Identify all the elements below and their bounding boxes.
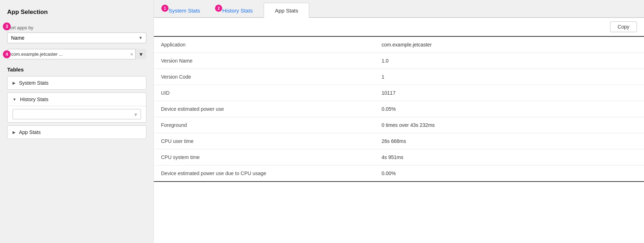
app-dropdown-arrow-icon: ▼ (138, 51, 143, 57)
history-stats-expanded: ∨ (8, 106, 146, 122)
stat-key: Device estimated power use due to CPU us… (154, 165, 375, 182)
stat-key: Application (154, 36, 375, 53)
copy-button[interactable]: Copy (610, 21, 637, 32)
sidebar: App Selection 3 Sort apps by Name Packag… (0, 0, 154, 243)
tables-title: Tables (7, 66, 146, 73)
sort-select[interactable]: Name Package UID (7, 33, 146, 43)
table-row: Device estimated power use 0.05% (154, 101, 644, 117)
history-dropdown[interactable] (13, 109, 141, 119)
app-clear-icon[interactable]: × (128, 51, 135, 57)
table-item-system-stats: ▶ System Stats (7, 76, 146, 90)
tab-history-stats-label: History Stats (222, 8, 253, 14)
sort-badge: 3 (3, 23, 11, 30)
stat-value: 10117 (375, 85, 644, 101)
tab-app-stats-label: App Stats (275, 8, 298, 14)
table-item-app-stats-header[interactable]: ▶ App Stats (8, 126, 146, 139)
table-row: Version Code 1 (154, 69, 644, 85)
tab-system-stats[interactable]: 1 System Stats (157, 3, 211, 18)
stat-value: 0 times over 43s 232ms (375, 117, 644, 133)
sidebar-title: App Selection (7, 9, 146, 16)
history-dropdown-wrapper: ∨ (13, 109, 141, 119)
main-content: 1 System Stats 2 History Stats App Stats… (154, 0, 644, 243)
stat-value: 1.0 (375, 53, 644, 69)
system-stats-tab-badge: 1 (161, 5, 169, 12)
table-row: Foreground 0 times over 43s 232ms (154, 117, 644, 133)
stat-value: 0.00% (375, 165, 644, 182)
toolbar: Copy (154, 18, 644, 36)
stat-value: 4s 951ms (375, 149, 644, 165)
app-badge: 4 (3, 50, 11, 58)
app-stats-label: App Stats (19, 129, 41, 135)
table-row: CPU system time 4s 951ms (154, 149, 644, 165)
history-stats-tab-badge: 2 (215, 5, 222, 12)
table-row: UID 10117 (154, 85, 644, 101)
stat-value: 26s 668ms (375, 133, 644, 149)
history-stats-arrow-icon: ▼ (13, 97, 16, 101)
table-item-history-stats-header[interactable]: ▼ History Stats (8, 93, 146, 106)
tabs-bar: 1 System Stats 2 History Stats App Stats (154, 0, 644, 18)
system-stats-label: System Stats (19, 80, 48, 86)
history-stats-label: History Stats (20, 96, 48, 102)
app-stats-arrow-icon: ▶ (13, 130, 15, 135)
stat-key: CPU system time (154, 149, 375, 165)
stat-key: Device estimated power use (154, 101, 375, 117)
sort-select-wrapper: Name Package UID ▼ (7, 33, 146, 43)
tab-app-stats[interactable]: App Stats (264, 3, 309, 18)
table-item-system-stats-header[interactable]: ▶ System Stats (8, 76, 146, 89)
content-area: Copy Application com.example.jetcaster V… (154, 18, 644, 243)
app-select-controls: × ▼ (128, 49, 146, 59)
table-item-history-stats: ▼ History Stats ∨ (7, 93, 146, 123)
stat-key: CPU user time (154, 133, 375, 149)
stat-key: UID (154, 85, 375, 101)
stat-key: Foreground (154, 117, 375, 133)
tab-system-stats-label: System Stats (169, 8, 200, 14)
app-dropdown-button[interactable]: ▼ (135, 49, 146, 59)
system-stats-arrow-icon: ▶ (13, 81, 15, 85)
table-row: CPU user time 26s 668ms (154, 133, 644, 149)
tab-history-stats[interactable]: 2 History Stats (211, 3, 264, 18)
app-select-wrapper: × ▼ (7, 49, 146, 59)
table-row: Version Name 1.0 (154, 53, 644, 69)
app-search-input[interactable] (7, 49, 146, 59)
table-item-app-stats: ▶ App Stats (7, 125, 146, 139)
stat-key: Version Name (154, 53, 375, 69)
stat-key: Version Code (154, 69, 375, 85)
sort-label: Sort apps by (7, 25, 146, 30)
table-row: Application com.example.jetcaster (154, 36, 644, 53)
stat-value: 0.05% (375, 101, 644, 117)
table-row: Device estimated power use due to CPU us… (154, 165, 644, 182)
stats-table: Application com.example.jetcaster Versio… (154, 36, 644, 182)
stat-value: com.example.jetcaster (375, 36, 644, 53)
stat-value: 1 (375, 69, 644, 85)
